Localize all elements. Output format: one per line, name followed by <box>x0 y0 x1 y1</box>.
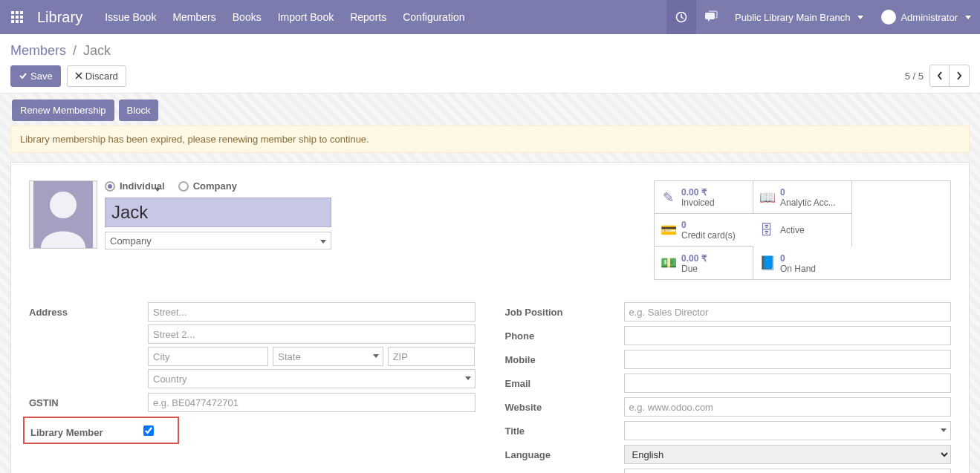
breadcrumb: Members / Jack <box>10 43 970 59</box>
pencil-icon: ✎ <box>661 189 675 206</box>
gstin-input[interactable] <box>148 393 476 412</box>
state-select[interactable] <box>273 347 383 366</box>
menu-issue-book[interactable]: Issue Book <box>105 11 156 23</box>
stat-active[interactable]: 🗄Active <box>753 214 852 247</box>
label-website: Website <box>505 397 624 417</box>
menu-books[interactable]: Books <box>233 11 262 23</box>
menu-members[interactable]: Members <box>172 11 215 23</box>
renew-membership-button[interactable]: Renew Membership <box>12 100 114 121</box>
city-input[interactable] <box>148 347 268 366</box>
menu-reports[interactable]: Reports <box>350 11 386 23</box>
label-title: Title <box>505 421 624 440</box>
street2-input[interactable] <box>148 324 476 344</box>
zip-input[interactable] <box>388 347 476 366</box>
language-select[interactable]: English <box>624 445 952 464</box>
brand[interactable]: Library <box>34 9 97 26</box>
apps-icon[interactable] <box>0 0 34 34</box>
radio-company[interactable]: Company <box>178 180 237 192</box>
pager-text: 5 / 5 <box>905 71 924 82</box>
pager-prev[interactable] <box>930 65 950 86</box>
company-name: Public Library Main Branch <box>735 12 850 23</box>
label-library-member: Library Member <box>30 423 143 438</box>
jobpos-input[interactable] <box>624 302 952 322</box>
clock-icon[interactable] <box>666 0 696 34</box>
money-icon: 💵 <box>661 255 675 271</box>
discard-button[interactable]: Discard <box>67 65 126 87</box>
block-button[interactable]: Block <box>119 100 159 121</box>
avatar[interactable] <box>29 180 97 249</box>
library-member-checkbox[interactable] <box>143 425 154 436</box>
label-jobpos: Job Position <box>505 302 624 322</box>
label-gstin: GSTIN <box>29 393 148 412</box>
pager-next[interactable] <box>950 65 969 86</box>
archive-icon: 🗄 <box>759 223 774 238</box>
menu-import-book[interactable]: Import Book <box>278 11 334 23</box>
name-input[interactable] <box>105 198 331 227</box>
check-icon <box>19 71 27 80</box>
label-address: Address <box>29 302 148 388</box>
title-select[interactable] <box>624 421 952 440</box>
website-input[interactable] <box>624 397 952 417</box>
save-button[interactable]: Save <box>10 65 61 87</box>
email-input[interactable] <box>624 373 952 393</box>
company-select[interactable]: Company <box>105 232 331 249</box>
label-mobile: Mobile <box>505 350 624 369</box>
breadcrumb-root[interactable]: Members <box>10 43 66 58</box>
expired-alert: Library membership has been expired, ple… <box>10 125 970 153</box>
avatar-icon <box>881 10 896 25</box>
user-menu[interactable]: Administrator <box>872 10 980 25</box>
radio-individual[interactable]: Individual <box>105 180 165 192</box>
label-tags: Tags <box>505 469 624 473</box>
mobile-input[interactable] <box>624 350 952 369</box>
street-input[interactable] <box>148 302 476 322</box>
phone-input[interactable] <box>624 326 952 345</box>
breadcrumb-current: Jack <box>83 43 111 58</box>
stat-credit-cards[interactable]: 💳0Credit card(s) <box>655 214 753 247</box>
book-icon: 📖 <box>759 189 774 206</box>
label-email: Email <box>505 373 624 393</box>
label-phone: Phone <box>505 326 624 345</box>
card-icon: 💳 <box>661 222 675 238</box>
stat-buttons: ✎0.00 ₹Invoiced 📖0Analytic Acc... 💳0Cred… <box>654 180 951 280</box>
stat-analytic[interactable]: 📖0Analytic Acc... <box>753 181 852 214</box>
menu-configuration[interactable]: Configuration <box>403 11 464 23</box>
close-icon <box>75 72 82 79</box>
stat-onhand[interactable]: 📘0On Hand <box>753 247 852 279</box>
person-icon <box>33 181 93 248</box>
label-language: Language <box>505 445 624 464</box>
chevron-right-icon <box>956 71 962 80</box>
stat-invoiced[interactable]: ✎0.00 ₹Invoiced <box>655 181 753 214</box>
form-sheet: Individual Company Company ✎0.00 ₹Invoic… <box>10 162 970 473</box>
company-switcher[interactable]: Public Library Main Branch <box>726 12 872 23</box>
top-menu: Issue Book Members Books Import Book Rep… <box>105 11 464 23</box>
user-name: Administrator <box>901 12 958 23</box>
stat-due[interactable]: 💵0.00 ₹Due <box>655 247 753 279</box>
book2-icon: 📘 <box>759 255 774 271</box>
chevron-left-icon <box>937 71 943 80</box>
tags-input[interactable] <box>624 469 952 473</box>
svg-point-2 <box>50 192 77 218</box>
chat-icon[interactable] <box>696 0 726 34</box>
country-select[interactable] <box>148 369 476 388</box>
